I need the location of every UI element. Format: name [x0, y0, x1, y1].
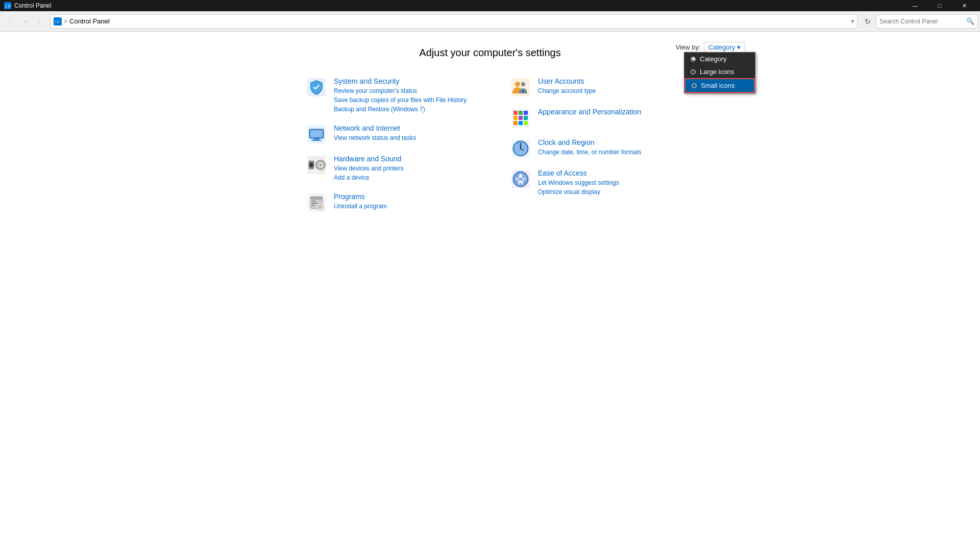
radio-small-icons: [692, 83, 697, 88]
user-accounts-link-1[interactable]: Change account type: [538, 86, 596, 95]
back-button[interactable]: ←: [2, 14, 16, 29]
hardware-info: Hardware and Sound View devices and prin…: [334, 155, 404, 182]
left-categories: System and Security Review your computer…: [306, 74, 470, 216]
search-input[interactable]: [879, 18, 964, 25]
svg-rect-30: [513, 111, 518, 115]
svg-rect-36: [513, 121, 518, 125]
network-icon: [306, 124, 327, 144]
ease-icon: [510, 169, 531, 189]
svg-rect-31: [519, 111, 523, 115]
app-icon: CP: [4, 2, 11, 9]
category-user-accounts: User Accounts Change account type: [510, 74, 674, 101]
svg-rect-33: [513, 116, 518, 120]
user-accounts-link[interactable]: User Accounts: [538, 77, 596, 85]
title-bar-left: CP Control Panel: [4, 2, 52, 9]
page-title: Adjust your computer's settings: [0, 47, 980, 59]
dropdown-item-small-icons[interactable]: Small icons: [684, 78, 755, 93]
svg-rect-26: [511, 78, 530, 96]
svg-rect-7: [310, 130, 323, 137]
ease-link[interactable]: Ease of Access: [538, 169, 619, 177]
dropdown-item-category[interactable]: Category: [684, 53, 755, 65]
title-bar: CP Control Panel — □ ✕: [0, 0, 980, 11]
svg-rect-21: [311, 203, 317, 204]
right-categories: User Accounts Change account type: [510, 74, 674, 216]
view-by-control: View by: Category ▾: [676, 42, 745, 53]
clock-link-1[interactable]: Change date, time, or number formats: [538, 148, 642, 157]
svg-rect-20: [311, 201, 315, 202]
svg-point-28: [521, 82, 525, 86]
dropdown-label-category: Category: [700, 55, 727, 63]
category-programs: Programs Uninstall a program: [306, 189, 470, 216]
ease-link-1[interactable]: Let Windows suggest settings: [538, 178, 619, 187]
network-info: Network and Internet View network status…: [334, 124, 416, 142]
hardware-icon: [306, 155, 327, 175]
svg-rect-8: [313, 138, 320, 140]
page-header: Adjust your computer's settings: [0, 47, 980, 59]
clock-link[interactable]: Clock and Region: [538, 138, 642, 147]
ease-link-2[interactable]: Optimize visual display: [538, 187, 619, 197]
maximize-button[interactable]: □: [928, 0, 951, 11]
programs-info: Programs Uninstall a program: [334, 192, 387, 211]
system-security-info: System and Security Review your computer…: [334, 77, 467, 114]
appearance-info: Appearance and Personalization: [538, 108, 641, 117]
ease-info: Ease of Access Let Windows suggest setti…: [538, 169, 619, 197]
svg-text:CP: CP: [5, 4, 11, 9]
category-network: Network and Internet View network status…: [306, 121, 470, 148]
svg-rect-35: [524, 116, 528, 120]
dropdown-label-large-icons: Large icons: [700, 68, 734, 76]
address-bar: CP > Control Panel ▾: [50, 14, 857, 29]
main-content: View by: Category ▾ Category Large icons…: [0, 32, 980, 536]
system-security-icon: [306, 77, 327, 98]
window-title: Control Panel: [14, 2, 52, 9]
address-separator: >: [64, 18, 67, 25]
network-link[interactable]: Network and Internet: [334, 124, 416, 132]
address-bar-icon: CP: [54, 17, 62, 26]
hardware-link-1[interactable]: View devices and printers: [334, 164, 404, 173]
clock-icon: [510, 138, 531, 159]
svg-text:CP: CP: [55, 20, 60, 24]
view-by-label: View by:: [676, 43, 701, 51]
system-security-link[interactable]: System and Security: [334, 77, 467, 85]
system-security-link-1[interactable]: Review your computer's status: [334, 86, 467, 95]
system-security-link-2[interactable]: Save backup copies of your files with Fi…: [334, 95, 467, 105]
hardware-link-2[interactable]: Add a device: [334, 173, 404, 182]
appearance-link[interactable]: Appearance and Personalization: [538, 108, 641, 116]
user-accounts-info: User Accounts Change account type: [538, 77, 596, 95]
svg-rect-32: [524, 111, 528, 115]
category-hardware: Hardware and Sound View devices and prin…: [306, 152, 470, 185]
hardware-link[interactable]: Hardware and Sound: [334, 155, 404, 163]
close-button[interactable]: ✕: [952, 0, 976, 11]
svg-point-27: [515, 82, 520, 87]
category-dropdown-button[interactable]: Category ▾: [704, 42, 745, 53]
dropdown-item-large-icons[interactable]: Large icons: [684, 65, 755, 78]
svg-point-48: [519, 174, 522, 177]
svg-point-16: [320, 164, 322, 166]
category-system-security: System and Security Review your computer…: [306, 74, 470, 117]
forward-button[interactable]: →: [17, 14, 32, 29]
category-clock: Clock and Region Change date, time, or n…: [510, 135, 674, 162]
svg-rect-9: [311, 140, 322, 141]
minimize-button[interactable]: —: [903, 0, 927, 11]
programs-link-1[interactable]: Uninstall a program: [334, 202, 387, 211]
radio-large-icons: [691, 69, 696, 75]
programs-link[interactable]: Programs: [334, 192, 387, 201]
network-link-1[interactable]: View network status and tasks: [334, 133, 416, 142]
address-dropdown-arrow[interactable]: ▾: [851, 18, 854, 24]
view-by-dropdown: Category Large icons Small icons: [684, 52, 755, 93]
appearance-icon: [510, 108, 531, 128]
svg-rect-37: [519, 121, 523, 125]
search-bar[interactable]: 🔍: [876, 14, 978, 29]
svg-rect-38: [524, 121, 528, 125]
clock-info: Clock and Region Change date, time, or n…: [538, 138, 642, 157]
svg-point-44: [520, 148, 522, 150]
refresh-button[interactable]: ↻: [861, 14, 875, 29]
up-button[interactable]: ↑: [33, 14, 47, 29]
user-accounts-icon: [510, 77, 531, 98]
address-path: Control Panel: [69, 17, 110, 25]
category-appearance: Appearance and Personalization: [510, 105, 674, 131]
dropdown-label-small-icons: Small icons: [701, 82, 734, 89]
svg-rect-34: [519, 116, 523, 120]
programs-icon: [306, 192, 327, 213]
search-icon[interactable]: 🔍: [966, 17, 974, 25]
system-security-link-3[interactable]: Backup and Restore (Windows 7): [334, 105, 467, 114]
